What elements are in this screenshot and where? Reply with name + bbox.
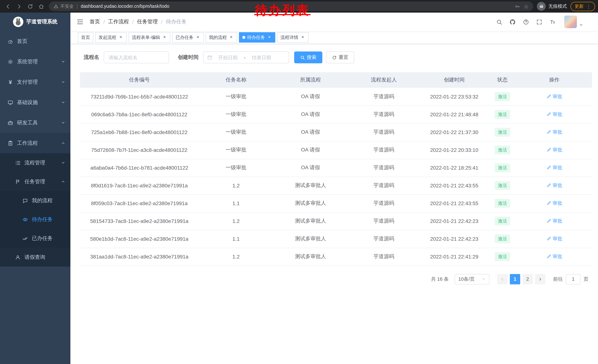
- forward-icon: [16, 3, 22, 9]
- start-date-input[interactable]: [214, 55, 242, 60]
- sidebar-item-system-management[interactable]: 系统管理: [0, 51, 70, 72]
- github-link[interactable]: [509, 19, 516, 25]
- approve-link[interactable]: 审批: [546, 235, 562, 242]
- approve-link[interactable]: 审批: [546, 129, 562, 136]
- search-icon: [300, 55, 305, 60]
- tab-close-icon[interactable]: ×: [300, 35, 305, 40]
- approve-link[interactable]: 审批: [546, 200, 562, 207]
- font-size-button[interactable]: [549, 19, 556, 25]
- process-name-input[interactable]: [104, 51, 169, 63]
- header-search-button[interactable]: [496, 19, 502, 25]
- approve-link[interactable]: 审批: [546, 253, 562, 260]
- tabs-bar: 首页 发起流程 × 流程表单-编辑 × 已办任务 × 我的流程 ×: [70, 31, 598, 44]
- tab-process-detail[interactable]: 流程详情 ×: [277, 32, 309, 43]
- table-header-row: 任务编号 任务名称 所属流程 流程发起人 创建时间 状态 操作: [80, 72, 592, 88]
- sidebar-toggle[interactable]: [70, 18, 90, 25]
- date-range-picker[interactable]: -: [203, 51, 289, 63]
- sidebar-item-task-management[interactable]: 任务管理: [0, 172, 70, 191]
- process-cell: OA 请假: [274, 159, 348, 177]
- table-row: 8f059c03-7ac8-11ec-a9e2-a2380e71991a 1.1…: [80, 194, 592, 212]
- tab-todo-tasks[interactable]: 待办任务 ×: [239, 32, 275, 43]
- created-cell: 2022-01-21 22:42:23: [420, 212, 488, 230]
- tab-close-icon[interactable]: ×: [195, 35, 200, 40]
- created-cell: 2022-01-21 22:41:29: [420, 248, 488, 266]
- search-button-label: 搜索: [307, 54, 316, 61]
- back-button[interactable]: [3, 1, 13, 11]
- breadcrumb-task-management[interactable]: 任务管理: [137, 18, 158, 25]
- tab-close-icon[interactable]: ×: [229, 35, 234, 40]
- caret-down-icon: [482, 277, 486, 281]
- approve-link[interactable]: 审批: [546, 111, 562, 118]
- home-button[interactable]: [36, 1, 46, 11]
- breadcrumb-separator: /: [103, 19, 105, 25]
- initiator-cell: 芋道源码: [348, 141, 420, 159]
- page-size-select[interactable]: 10条/页: [455, 274, 490, 284]
- prev-page-button[interactable]: [497, 274, 507, 284]
- update-button[interactable]: 更新 ⋮: [571, 2, 595, 11]
- page-2-button[interactable]: 2: [523, 274, 533, 284]
- next-page-button[interactable]: [535, 274, 545, 284]
- status-badge: 激活: [495, 92, 510, 101]
- tab-close-icon[interactable]: ×: [162, 35, 167, 40]
- tab-start-process[interactable]: 发起流程 ×: [95, 32, 127, 43]
- bookmark-star-icon[interactable]: ☆: [524, 4, 529, 9]
- page-1-button[interactable]: 1: [510, 274, 520, 284]
- action-cell: 审批: [516, 88, 592, 105]
- task-id-cell: 725a1eb6-7b88-11ec-8ef0-acde48001122: [80, 123, 199, 141]
- created-cell: 2022-01-22 23:53:32: [420, 88, 488, 105]
- sidebar-item-home[interactable]: 首页: [0, 31, 70, 51]
- task-name-cell: 一级审批: [199, 159, 274, 177]
- user-menu[interactable]: [564, 16, 583, 28]
- forward-button[interactable]: [14, 1, 24, 11]
- tab-close-icon[interactable]: ×: [267, 35, 272, 40]
- update-label: 更新: [575, 3, 583, 9]
- approve-link[interactable]: 审批: [546, 164, 562, 171]
- breadcrumb-home[interactable]: 首页: [90, 18, 100, 25]
- status-cell: 激活: [488, 88, 516, 105]
- goto-page-input[interactable]: [566, 274, 581, 284]
- sidebar-item-todo-tasks[interactable]: 待办任务: [0, 210, 70, 229]
- col-task-id: 任务编号: [80, 72, 199, 88]
- reset-button[interactable]: 重置: [326, 51, 354, 63]
- breadcrumb-workflow[interactable]: 工作流程: [108, 18, 129, 25]
- sidebar-item-workflow[interactable]: 工作流程: [0, 133, 70, 153]
- chevron-up-icon: [61, 180, 65, 184]
- logo-image: [13, 17, 23, 27]
- tab-label: 已办任务: [176, 34, 193, 40]
- status-cell: 激活: [488, 177, 516, 194]
- tab-my-process[interactable]: 我的流程 ×: [206, 32, 237, 43]
- browser-menu-icon[interactable]: ⋮: [586, 4, 591, 9]
- approve-link[interactable]: 审批: [546, 218, 562, 224]
- sidebar-item-payment-management[interactable]: ¥ 支付管理: [0, 72, 70, 92]
- tab-done-tasks[interactable]: 已办任务 ×: [172, 32, 204, 43]
- app-title: 芋道管理系统: [26, 18, 58, 25]
- tab-process-form-edit[interactable]: 流程表单-编辑 ×: [129, 32, 170, 43]
- approve-link[interactable]: 审批: [546, 182, 562, 189]
- sidebar-item-leave-query[interactable]: 请假查询: [0, 248, 70, 267]
- tab-home[interactable]: 首页: [78, 32, 93, 43]
- password-key-icon[interactable]: [515, 4, 520, 9]
- sidebar-item-dev-tools[interactable]: 研发工具: [0, 113, 70, 133]
- approve-link[interactable]: 审批: [546, 93, 562, 100]
- help-button[interactable]: [523, 19, 529, 25]
- table-body: 73211d9d-7b9b-11ec-b5b7-acde48001122 一级审…: [80, 88, 592, 266]
- sidebar-item-process-management[interactable]: 流程管理: [0, 153, 70, 172]
- table-row: 381aa1dd-7ac8-11ec-a9e2-a2380e71991a 1.2…: [80, 248, 592, 266]
- sidebar-item-infrastructure[interactable]: 基础设施: [0, 92, 70, 113]
- reload-button[interactable]: [25, 1, 35, 11]
- approve-label: 审批: [553, 147, 562, 153]
- edit-icon: [546, 236, 551, 241]
- fullscreen-button[interactable]: [536, 19, 542, 25]
- col-process: 所属流程: [274, 72, 348, 88]
- task-id-cell: 381aa1dd-7ac8-11ec-a9e2-a2380e71991a: [80, 248, 199, 266]
- sidebar-item-done-tasks[interactable]: 已办任务: [0, 229, 70, 248]
- approve-link[interactable]: 审批: [546, 147, 562, 153]
- pagination: 共 16 条 10条/页 1 2 前往 页: [70, 274, 588, 284]
- tab-close-icon[interactable]: ×: [118, 35, 123, 40]
- search-button[interactable]: 搜索: [294, 51, 322, 63]
- table-row: 069c6a63-7b8a-11ec-8ef0-acde48001122 一级审…: [80, 105, 592, 123]
- sidebar-item-my-process[interactable]: 我的流程: [0, 191, 70, 210]
- end-date-input[interactable]: [247, 55, 275, 60]
- app-logo[interactable]: 芋道管理系统: [0, 13, 70, 31]
- refresh-icon: [332, 55, 337, 60]
